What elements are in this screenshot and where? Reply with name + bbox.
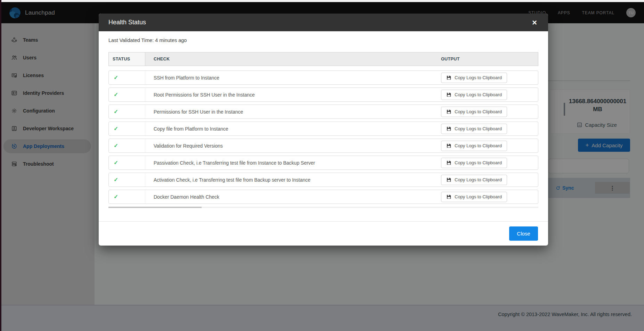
scrollbar-thumb[interactable] — [108, 207, 202, 208]
table-row: ✓ Activation Check, i.e Transferring tes… — [108, 173, 538, 187]
modal-header: Health Status × — [99, 14, 548, 31]
table-row: ✓ Validation for Required Versions Copy … — [108, 139, 538, 153]
row-status-cell: ✓ — [109, 105, 145, 118]
copy-logs-button[interactable]: Copy Logs to Clipboard — [441, 107, 507, 117]
row-check-label: Permissions for SSH User in the Instance — [145, 105, 441, 118]
row-check-label: Copy file from Platform to Instance — [145, 122, 441, 135]
row-output-cell: Copy Logs to Clipboard — [441, 156, 538, 169]
column-header-check: CHECK — [145, 52, 441, 66]
copy-logs-label: Copy Logs to Clipboard — [455, 126, 502, 131]
table-header: STATUS CHECK OUTPUT — [108, 52, 538, 66]
table-row: ✓ Passivation Check, i.e Transferring te… — [108, 156, 538, 170]
row-status-cell: ✓ — [109, 122, 145, 135]
row-check-label: Docker Daemon Health Check — [145, 190, 441, 204]
row-status-cell: ✓ — [109, 71, 145, 84]
copy-logs-label: Copy Logs to Clipboard — [455, 194, 502, 199]
modal-title: Health Status — [108, 19, 146, 26]
horizontal-scrollbar[interactable] — [108, 207, 538, 208]
save-floppy-icon — [446, 177, 451, 182]
copy-logs-label: Copy Logs to Clipboard — [455, 92, 502, 97]
row-check-label: Activation Check, i.e Transferring test … — [145, 173, 441, 187]
success-check-icon: ✓ — [114, 108, 118, 115]
copy-logs-label: Copy Logs to Clipboard — [455, 177, 502, 182]
modal-body: Last Validated Time: 4 minutes ago STATU… — [99, 31, 548, 221]
row-output-cell: Copy Logs to Clipboard — [441, 88, 538, 101]
row-output-cell: Copy Logs to Clipboard — [441, 139, 538, 152]
row-status-cell: ✓ — [109, 156, 145, 169]
table-row: ✓ SSH from Platform to Instance Copy Log… — [108, 71, 538, 85]
table-row: ✓ Docker Daemon Health Check Copy Logs t… — [108, 190, 538, 204]
copy-logs-button[interactable]: Copy Logs to Clipboard — [441, 192, 507, 202]
row-status-cell: ✓ — [109, 173, 145, 187]
copy-logs-label: Copy Logs to Clipboard — [455, 109, 502, 114]
row-check-label: SSH from Platform to Instance — [145, 71, 441, 84]
copy-logs-button[interactable]: Copy Logs to Clipboard — [441, 90, 507, 100]
copy-logs-label: Copy Logs to Clipboard — [455, 143, 502, 148]
success-check-icon: ✓ — [114, 142, 118, 149]
success-check-icon: ✓ — [114, 74, 118, 81]
close-icon[interactable]: × — [531, 18, 538, 27]
row-status-cell: ✓ — [109, 88, 145, 101]
row-status-cell: ✓ — [109, 190, 145, 204]
success-check-icon: ✓ — [114, 176, 118, 183]
table-row: ✓ Copy file from Platform to Instance Co… — [108, 122, 538, 136]
row-check-label: Passivation Check, i.e Transferring test… — [145, 156, 441, 169]
row-output-cell: Copy Logs to Clipboard — [441, 122, 538, 135]
column-header-status: STATUS — [109, 52, 145, 66]
copy-logs-button[interactable]: Copy Logs to Clipboard — [441, 175, 507, 185]
health-status-modal: Health Status × Last Validated Time: 4 m… — [99, 14, 548, 246]
row-output-cell: Copy Logs to Clipboard — [441, 190, 538, 204]
copy-logs-label: Copy Logs to Clipboard — [455, 160, 502, 165]
copy-logs-button[interactable]: Copy Logs to Clipboard — [441, 141, 507, 151]
row-output-cell: Copy Logs to Clipboard — [441, 71, 538, 84]
copy-logs-button[interactable]: Copy Logs to Clipboard — [441, 73, 507, 83]
check-rows: ✓ SSH from Platform to Instance Copy Log… — [108, 71, 538, 204]
close-button[interactable]: Close — [509, 226, 538, 241]
row-output-cell: Copy Logs to Clipboard — [441, 105, 538, 118]
success-check-icon: ✓ — [114, 125, 118, 132]
copy-logs-label: Copy Logs to Clipboard — [455, 75, 502, 80]
last-validated-text: Last Validated Time: 4 minutes ago — [108, 38, 538, 43]
column-header-output: OUTPUT — [441, 52, 538, 66]
save-floppy-icon — [446, 160, 451, 165]
save-floppy-icon — [446, 109, 451, 114]
save-floppy-icon — [446, 194, 451, 199]
table-row: ✓ Root Permissions for SSH User in the I… — [108, 88, 538, 102]
copy-logs-button[interactable]: Copy Logs to Clipboard — [441, 158, 507, 168]
success-check-icon: ✓ — [114, 193, 118, 200]
row-output-cell: Copy Logs to Clipboard — [441, 173, 538, 187]
row-check-label: Validation for Required Versions — [145, 139, 441, 152]
copy-logs-button[interactable]: Copy Logs to Clipboard — [441, 124, 507, 134]
success-check-icon: ✓ — [114, 91, 118, 98]
save-floppy-icon — [446, 126, 451, 131]
browser-top-strip — [0, 0, 644, 2]
save-floppy-icon — [446, 92, 451, 97]
table-row: ✓ Permissions for SSH User in the Instan… — [108, 105, 538, 119]
row-status-cell: ✓ — [109, 139, 145, 152]
row-check-label: Root Permissions for SSH User in the Ins… — [145, 88, 441, 101]
left-edge-artifact — [0, 0, 1, 331]
success-check-icon: ✓ — [114, 159, 118, 166]
modal-footer: Close — [99, 221, 548, 246]
save-floppy-icon — [446, 75, 451, 80]
screen: Launchpad STUDIO APPS TEAM PORTAL TU Tea… — [0, 0, 644, 331]
save-floppy-icon — [446, 143, 451, 148]
